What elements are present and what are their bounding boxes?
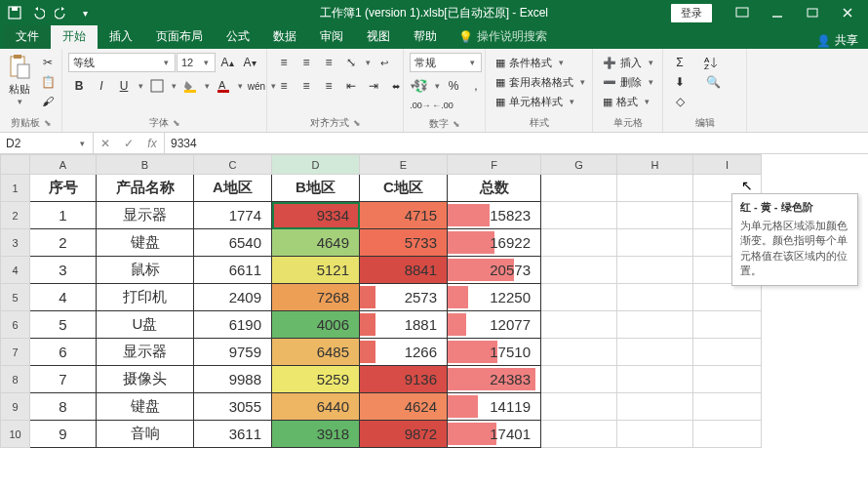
cell-seq[interactable]: 5 bbox=[30, 311, 97, 339]
font-name-combo[interactable]: 等线▾ bbox=[68, 53, 176, 72]
empty-cell[interactable] bbox=[541, 339, 617, 366]
tab-home[interactable]: 开始 bbox=[51, 24, 98, 49]
cell-region-b[interactable]: 3918 bbox=[272, 421, 360, 448]
tab-view[interactable]: 视图 bbox=[355, 24, 402, 49]
row-header-10[interactable]: 10 bbox=[1, 421, 30, 448]
cell-name[interactable]: 显示器 bbox=[97, 339, 194, 366]
empty-cell[interactable] bbox=[617, 257, 693, 284]
cancel-formula-icon[interactable]: ✕ bbox=[94, 133, 117, 153]
column-header-H[interactable]: H bbox=[617, 155, 693, 175]
row-header-4[interactable]: 4 bbox=[1, 257, 30, 284]
row-header-3[interactable]: 3 bbox=[1, 229, 30, 257]
paste-button[interactable]: 粘贴 ▾ bbox=[6, 53, 33, 106]
cell-seq[interactable]: 3 bbox=[30, 257, 97, 284]
row-header-1[interactable]: 1 bbox=[1, 175, 30, 202]
save-icon[interactable] bbox=[4, 2, 25, 23]
column-header-C[interactable]: C bbox=[194, 155, 272, 175]
align-left-icon[interactable]: ≡ bbox=[273, 76, 295, 96]
cell-region-a[interactable]: 9759 bbox=[194, 339, 272, 366]
cell-total[interactable]: 12250 bbox=[448, 284, 541, 311]
header-cell[interactable]: B地区 bbox=[272, 175, 360, 202]
minimize-icon[interactable] bbox=[761, 0, 794, 25]
cell-total[interactable]: 17401 bbox=[448, 421, 541, 448]
underline-button[interactable]: U bbox=[113, 76, 135, 96]
empty-cell[interactable] bbox=[617, 421, 693, 448]
wrap-text-icon[interactable]: ↩ bbox=[374, 53, 395, 72]
cell-total[interactable]: 20573 bbox=[448, 257, 541, 284]
empty-cell[interactable] bbox=[541, 257, 617, 284]
empty-cell[interactable] bbox=[617, 284, 693, 311]
empty-cell[interactable] bbox=[541, 311, 617, 339]
empty-cell[interactable] bbox=[541, 229, 617, 257]
cell-region-a[interactable]: 3055 bbox=[194, 393, 272, 421]
cell-region-c[interactable]: 1881 bbox=[360, 311, 448, 339]
cell-region-a[interactable]: 6190 bbox=[194, 311, 272, 339]
font-color-dropdown[interactable]: ▾ bbox=[235, 81, 245, 91]
row-header-2[interactable]: 2 bbox=[1, 202, 30, 229]
increase-font-icon[interactable]: A▴ bbox=[217, 53, 238, 72]
spreadsheet-grid[interactable]: ABCDEFGHI1序号产品名称A地区B地区C地区总数21显示器17749334… bbox=[0, 154, 762, 448]
phonetic-icon[interactable]: wén bbox=[246, 76, 267, 96]
column-header-D[interactable]: D bbox=[272, 155, 360, 175]
fx-icon[interactable]: fx bbox=[140, 133, 164, 153]
number-launcher-icon[interactable]: ⬊ bbox=[453, 119, 460, 129]
cell-region-b[interactable]: 6440 bbox=[272, 393, 360, 421]
cell-region-a[interactable]: 6611 bbox=[194, 257, 272, 284]
cell-name[interactable]: 音响 bbox=[97, 421, 194, 448]
cell-region-c[interactable]: 9872 bbox=[360, 421, 448, 448]
empty-cell[interactable] bbox=[617, 393, 693, 421]
tab-data[interactable]: 数据 bbox=[261, 24, 308, 49]
row-header-5[interactable]: 5 bbox=[1, 284, 30, 311]
cell-styles-button[interactable]: ▦单元格样式▾ bbox=[492, 92, 580, 111]
cell-name[interactable]: 鼠标 bbox=[97, 257, 194, 284]
align-launcher-icon[interactable]: ⬊ bbox=[353, 118, 361, 128]
format-cells-button[interactable]: ▦格式▾ bbox=[599, 92, 655, 111]
empty-cell[interactable] bbox=[693, 393, 762, 421]
delete-cells-button[interactable]: ➖删除▾ bbox=[599, 72, 659, 92]
cell-region-b[interactable]: 4006 bbox=[272, 311, 360, 339]
clear-icon[interactable]: ◇ bbox=[669, 92, 690, 111]
orientation-icon[interactable]: ⤡ bbox=[340, 53, 362, 72]
clipboard-launcher-icon[interactable]: ⬊ bbox=[44, 118, 52, 128]
cell-region-c[interactable]: 5733 bbox=[360, 229, 448, 257]
cell-total[interactable]: 14119 bbox=[448, 393, 541, 421]
empty-cell[interactable] bbox=[693, 366, 762, 393]
row-header-7[interactable]: 7 bbox=[1, 339, 30, 366]
cell-region-b[interactable]: 4649 bbox=[272, 229, 360, 257]
tab-formulas[interactable]: 公式 bbox=[215, 24, 261, 49]
empty-cell[interactable] bbox=[617, 175, 693, 202]
cell-region-b[interactable]: 5121 bbox=[272, 257, 360, 284]
font-color-icon[interactable]: A bbox=[213, 76, 234, 96]
align-top-icon[interactable]: ≡ bbox=[273, 53, 295, 72]
name-box[interactable]: D2▾ bbox=[0, 133, 94, 153]
fill-dropdown[interactable]: ▾ bbox=[202, 81, 212, 91]
empty-cell[interactable] bbox=[541, 202, 617, 229]
row-header-6[interactable]: 6 bbox=[1, 311, 30, 339]
cell-total[interactable]: 16922 bbox=[448, 229, 541, 257]
increase-decimal-icon[interactable]: .00→ bbox=[410, 96, 431, 115]
header-cell[interactable]: A地区 bbox=[194, 175, 272, 202]
share-button[interactable]: 👤 共享 bbox=[816, 32, 858, 49]
bold-button[interactable]: B bbox=[68, 76, 90, 96]
cell-region-c[interactable]: 2573 bbox=[360, 284, 448, 311]
maximize-icon[interactable] bbox=[796, 0, 829, 25]
italic-button[interactable]: I bbox=[91, 76, 112, 96]
fill-icon[interactable]: ⬇ bbox=[669, 72, 690, 92]
column-header-I[interactable]: I bbox=[693, 155, 762, 175]
cell-total[interactable]: 17510 bbox=[448, 339, 541, 366]
cell-seq[interactable]: 9 bbox=[30, 421, 97, 448]
tab-insert[interactable]: 插入 bbox=[98, 24, 144, 49]
decrease-decimal-icon[interactable]: ←.00 bbox=[432, 96, 454, 115]
empty-cell[interactable] bbox=[693, 421, 762, 448]
conditional-formatting-button[interactable]: ▦条件格式▾ bbox=[492, 53, 570, 72]
cell-seq[interactable]: 7 bbox=[30, 366, 97, 393]
select-all-corner[interactable] bbox=[1, 155, 30, 175]
autosum-icon[interactable]: Σ bbox=[669, 53, 690, 72]
cell-region-c[interactable]: 1266 bbox=[360, 339, 448, 366]
cell-name[interactable]: 键盘 bbox=[97, 229, 194, 257]
comma-icon[interactable]: , bbox=[465, 76, 487, 96]
cell-seq[interactable]: 1 bbox=[30, 202, 97, 229]
cell-region-a[interactable]: 9988 bbox=[194, 366, 272, 393]
cell-total[interactable]: 12077 bbox=[448, 311, 541, 339]
column-header-F[interactable]: F bbox=[448, 155, 541, 175]
